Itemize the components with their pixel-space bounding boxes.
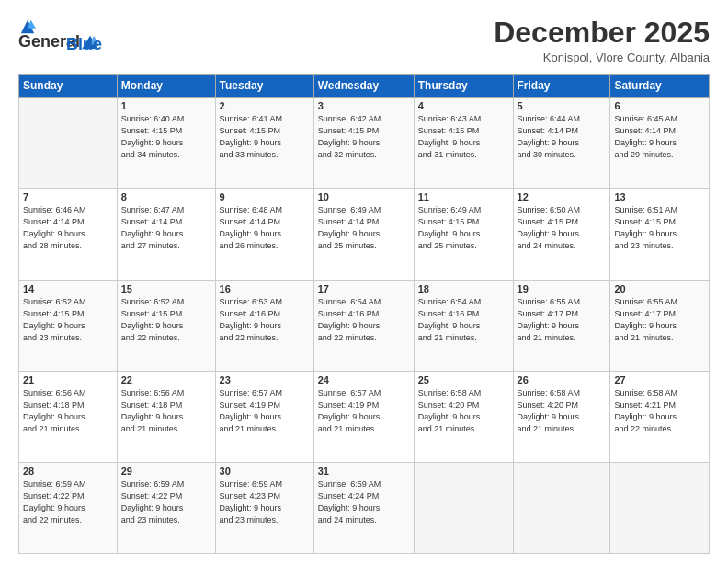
calendar-cell: 7Sunrise: 6:46 AM Sunset: 4:14 PM Daylig… bbox=[19, 189, 118, 280]
calendar-cell: 5Sunrise: 6:44 AM Sunset: 4:14 PM Daylig… bbox=[513, 98, 610, 189]
day-number: 10 bbox=[318, 191, 410, 202]
day-info: Sunrise: 6:40 AM Sunset: 4:15 PM Dayligh… bbox=[121, 113, 211, 161]
col-monday: Monday bbox=[117, 75, 215, 98]
calendar-cell: 26Sunrise: 6:58 AM Sunset: 4:20 PM Dayli… bbox=[513, 371, 610, 462]
header: General Blue December 2025 Konispol, Vlo… bbox=[18, 17, 710, 64]
calendar-cell: 30Sunrise: 6:59 AM Sunset: 4:23 PM Dayli… bbox=[215, 462, 313, 553]
day-info: Sunrise: 6:59 AM Sunset: 4:24 PM Dayligh… bbox=[318, 478, 410, 526]
day-number: 17 bbox=[318, 283, 410, 294]
col-tuesday: Tuesday bbox=[215, 75, 313, 98]
day-number: 20 bbox=[614, 283, 705, 294]
calendar-cell: 17Sunrise: 6:54 AM Sunset: 4:16 PM Dayli… bbox=[313, 280, 414, 371]
calendar-cell: 8Sunrise: 6:47 AM Sunset: 4:14 PM Daylig… bbox=[117, 189, 215, 280]
col-thursday: Thursday bbox=[414, 75, 513, 98]
day-number: 7 bbox=[23, 191, 113, 202]
day-number: 5 bbox=[518, 100, 607, 111]
day-info: Sunrise: 6:54 AM Sunset: 4:16 PM Dayligh… bbox=[318, 296, 410, 344]
day-info: Sunrise: 6:59 AM Sunset: 4:22 PM Dayligh… bbox=[121, 478, 211, 526]
day-info: Sunrise: 6:58 AM Sunset: 4:20 PM Dayligh… bbox=[518, 387, 607, 435]
day-number: 23 bbox=[220, 374, 310, 385]
calendar-cell: 20Sunrise: 6:55 AM Sunset: 4:17 PM Dayli… bbox=[610, 280, 710, 371]
calendar-week-4: 21Sunrise: 6:56 AM Sunset: 4:18 PM Dayli… bbox=[19, 371, 710, 462]
day-info: Sunrise: 6:49 AM Sunset: 4:14 PM Dayligh… bbox=[318, 204, 410, 252]
page: General Blue December 2025 Konispol, Vlo… bbox=[0, 0, 728, 563]
calendar-week-5: 28Sunrise: 6:59 AM Sunset: 4:22 PM Dayli… bbox=[19, 462, 710, 553]
day-info: Sunrise: 6:53 AM Sunset: 4:16 PM Dayligh… bbox=[220, 296, 310, 344]
day-number: 1 bbox=[121, 100, 211, 111]
day-info: Sunrise: 6:56 AM Sunset: 4:18 PM Dayligh… bbox=[121, 387, 211, 435]
col-wednesday: Wednesday bbox=[313, 75, 414, 98]
day-info: Sunrise: 6:59 AM Sunset: 4:22 PM Dayligh… bbox=[23, 478, 113, 526]
day-info: Sunrise: 6:59 AM Sunset: 4:23 PM Dayligh… bbox=[220, 478, 310, 526]
day-number: 14 bbox=[23, 283, 113, 294]
calendar-cell: 22Sunrise: 6:56 AM Sunset: 4:18 PM Dayli… bbox=[117, 371, 215, 462]
day-number: 4 bbox=[418, 100, 509, 111]
day-number: 30 bbox=[220, 465, 310, 477]
day-info: Sunrise: 6:54 AM Sunset: 4:16 PM Dayligh… bbox=[418, 296, 509, 344]
day-number: 6 bbox=[614, 100, 705, 111]
calendar-week-3: 14Sunrise: 6:52 AM Sunset: 4:15 PM Dayli… bbox=[19, 280, 710, 371]
day-info: Sunrise: 6:42 AM Sunset: 4:15 PM Dayligh… bbox=[318, 113, 410, 161]
calendar-week-2: 7Sunrise: 6:46 AM Sunset: 4:14 PM Daylig… bbox=[19, 189, 710, 280]
col-saturday: Saturday bbox=[610, 75, 710, 98]
calendar-cell: 13Sunrise: 6:51 AM Sunset: 4:15 PM Dayli… bbox=[610, 189, 710, 280]
day-number: 18 bbox=[418, 283, 509, 294]
day-number: 24 bbox=[318, 374, 410, 385]
day-number: 27 bbox=[614, 374, 705, 385]
day-info: Sunrise: 6:56 AM Sunset: 4:18 PM Dayligh… bbox=[23, 387, 113, 435]
day-info: Sunrise: 6:43 AM Sunset: 4:15 PM Dayligh… bbox=[418, 113, 509, 161]
day-number: 28 bbox=[23, 465, 113, 477]
calendar-cell: 23Sunrise: 6:57 AM Sunset: 4:19 PM Dayli… bbox=[215, 371, 313, 462]
calendar-cell: 19Sunrise: 6:55 AM Sunset: 4:17 PM Dayli… bbox=[513, 280, 610, 371]
day-number: 16 bbox=[220, 283, 310, 294]
day-number: 26 bbox=[518, 374, 607, 385]
calendar-cell: 4Sunrise: 6:43 AM Sunset: 4:15 PM Daylig… bbox=[414, 98, 513, 189]
day-number: 31 bbox=[318, 465, 410, 477]
calendar-cell bbox=[19, 98, 118, 189]
day-info: Sunrise: 6:45 AM Sunset: 4:14 PM Dayligh… bbox=[614, 113, 705, 161]
day-number: 15 bbox=[121, 283, 211, 294]
day-number: 2 bbox=[220, 100, 310, 111]
day-info: Sunrise: 6:51 AM Sunset: 4:15 PM Dayligh… bbox=[614, 204, 705, 252]
day-number: 21 bbox=[23, 374, 113, 385]
day-info: Sunrise: 6:52 AM Sunset: 4:15 PM Dayligh… bbox=[23, 296, 113, 344]
calendar-cell: 25Sunrise: 6:58 AM Sunset: 4:20 PM Dayli… bbox=[414, 371, 513, 462]
month-title: December 2025 bbox=[494, 17, 710, 49]
day-number: 3 bbox=[318, 100, 410, 111]
day-number: 22 bbox=[121, 374, 211, 385]
calendar-cell: 1Sunrise: 6:40 AM Sunset: 4:15 PM Daylig… bbox=[117, 98, 215, 189]
logo-blue-text: Blue bbox=[66, 35, 102, 54]
calendar-cell: 21Sunrise: 6:56 AM Sunset: 4:18 PM Dayli… bbox=[19, 371, 118, 462]
calendar-cell: 18Sunrise: 6:54 AM Sunset: 4:16 PM Dayli… bbox=[414, 280, 513, 371]
day-info: Sunrise: 6:52 AM Sunset: 4:15 PM Dayligh… bbox=[121, 296, 211, 344]
col-sunday: Sunday bbox=[19, 75, 118, 98]
calendar-cell: 11Sunrise: 6:49 AM Sunset: 4:15 PM Dayli… bbox=[414, 189, 513, 280]
day-info: Sunrise: 6:44 AM Sunset: 4:14 PM Dayligh… bbox=[518, 113, 607, 161]
calendar-cell bbox=[414, 462, 513, 553]
calendar-cell: 2Sunrise: 6:41 AM Sunset: 4:15 PM Daylig… bbox=[215, 98, 313, 189]
day-info: Sunrise: 6:58 AM Sunset: 4:21 PM Dayligh… bbox=[614, 387, 705, 435]
day-info: Sunrise: 6:50 AM Sunset: 4:15 PM Dayligh… bbox=[518, 204, 607, 252]
location: Konispol, Vlore County, Albania bbox=[494, 51, 710, 64]
day-info: Sunrise: 6:47 AM Sunset: 4:14 PM Dayligh… bbox=[121, 204, 211, 252]
calendar-cell: 9Sunrise: 6:48 AM Sunset: 4:14 PM Daylig… bbox=[215, 189, 313, 280]
day-info: Sunrise: 6:48 AM Sunset: 4:14 PM Dayligh… bbox=[220, 204, 310, 252]
calendar-cell: 16Sunrise: 6:53 AM Sunset: 4:16 PM Dayli… bbox=[215, 280, 313, 371]
day-info: Sunrise: 6:57 AM Sunset: 4:19 PM Dayligh… bbox=[318, 387, 410, 435]
calendar-cell: 27Sunrise: 6:58 AM Sunset: 4:21 PM Dayli… bbox=[610, 371, 710, 462]
day-info: Sunrise: 6:55 AM Sunset: 4:17 PM Dayligh… bbox=[518, 296, 607, 344]
calendar-header-row: Sunday Monday Tuesday Wednesday Thursday… bbox=[19, 75, 710, 98]
day-number: 9 bbox=[220, 191, 310, 202]
calendar-cell: 12Sunrise: 6:50 AM Sunset: 4:15 PM Dayli… bbox=[513, 189, 610, 280]
day-number: 11 bbox=[418, 191, 509, 202]
header-right: December 2025 Konispol, Vlore County, Al… bbox=[494, 17, 710, 64]
day-info: Sunrise: 6:55 AM Sunset: 4:17 PM Dayligh… bbox=[614, 296, 705, 344]
calendar-table: Sunday Monday Tuesday Wednesday Thursday… bbox=[18, 74, 710, 554]
calendar-cell: 24Sunrise: 6:57 AM Sunset: 4:19 PM Dayli… bbox=[313, 371, 414, 462]
col-friday: Friday bbox=[513, 75, 610, 98]
calendar-cell: 15Sunrise: 6:52 AM Sunset: 4:15 PM Dayli… bbox=[117, 280, 215, 371]
calendar-week-1: 1Sunrise: 6:40 AM Sunset: 4:15 PM Daylig… bbox=[19, 98, 710, 189]
calendar-cell: 10Sunrise: 6:49 AM Sunset: 4:14 PM Dayli… bbox=[313, 189, 414, 280]
day-number: 13 bbox=[614, 191, 705, 202]
day-number: 29 bbox=[121, 465, 211, 477]
